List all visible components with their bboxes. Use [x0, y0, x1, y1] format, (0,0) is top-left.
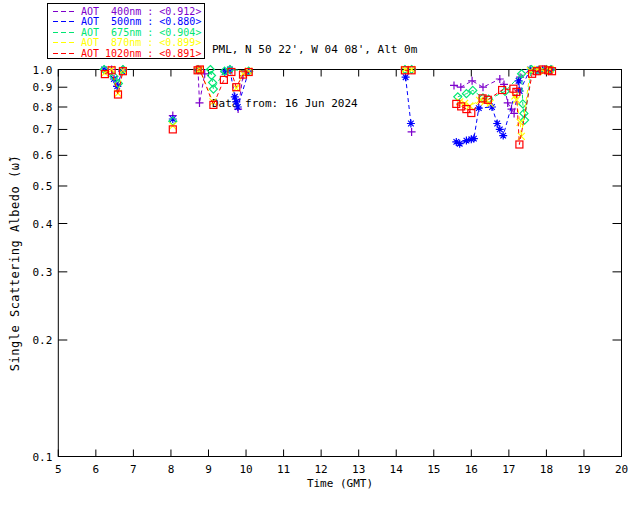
series-aot-500nm: [100, 66, 554, 148]
x-tick-label: 17: [502, 463, 515, 476]
x-tick-label: 5: [55, 463, 62, 476]
y-axis-ticks: 0.10.20.30.40.50.60.70.80.91.0: [32, 64, 621, 464]
plot-svg: 5678910111213141516171819200.10.20.30.40…: [0, 0, 640, 512]
x-tick-label: 9: [205, 463, 212, 476]
y-tick-label: 0.9: [32, 81, 52, 94]
x-tick-label: 13: [352, 463, 365, 476]
y-tick-label: 0.8: [32, 101, 52, 114]
x-tick-label: 15: [427, 463, 440, 476]
x-tick-label: 20: [615, 463, 628, 476]
x-tick-label: 10: [239, 463, 252, 476]
y-tick-label: 0.5: [32, 180, 52, 193]
x-tick-label: 7: [130, 463, 137, 476]
y-tick-label: 0.2: [32, 334, 52, 347]
x-tick-label: 16: [465, 463, 478, 476]
x-tick-label: 6: [93, 463, 100, 476]
y-tick-label: 0.6: [32, 149, 52, 162]
plot-frame: [58, 70, 621, 457]
y-tick-label: 1.0: [32, 64, 52, 77]
y-tick-label: 0.4: [32, 218, 52, 231]
x-tick-label: 11: [277, 463, 290, 476]
x-axis-ticks: 567891011121314151617181920: [55, 70, 628, 476]
x-axis-title: Time (GMT): [58, 477, 622, 490]
ssa-plot-page: AOT 400nm : <0.912> AOT 500nm : <0.880> …: [0, 0, 640, 512]
y-tick-label: 0.1: [32, 451, 52, 464]
x-tick-label: 19: [577, 463, 590, 476]
x-tick-label: 18: [540, 463, 553, 476]
y-axis-title: Single Scattering Albedo (ω̃): [8, 138, 22, 388]
x-tick-label: 8: [168, 463, 175, 476]
x-tick-label: 14: [390, 463, 404, 476]
y-tick-label: 0.7: [32, 123, 52, 136]
x-tick-label: 12: [315, 463, 328, 476]
y-tick-label: 0.3: [32, 266, 52, 279]
